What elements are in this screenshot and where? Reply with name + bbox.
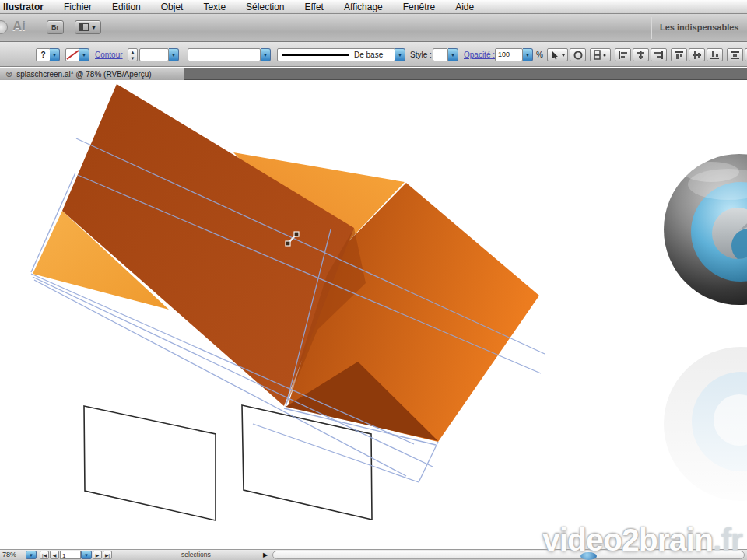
next-artboard-button[interactable]: ▶: [93, 551, 102, 559]
stepper-down-icon[interactable]: ▼: [128, 55, 137, 61]
document-tab-bar: ⊗ splaschcreen.ai* @ 78% (RVB/Aperçu): [0, 68, 747, 80]
stroke-weight-field[interactable]: [139, 48, 169, 61]
document-tab[interactable]: ⊗ splaschcreen.ai* @ 78% (RVB/Aperçu): [0, 68, 184, 80]
menu-item-fenetre[interactable]: Fenêtre: [393, 2, 445, 12]
recolor-artwork-button[interactable]: [590, 48, 611, 61]
distribute-top-icon[interactable]: [727, 48, 743, 61]
fill-dropdown-arrow[interactable]: ▼: [79, 48, 89, 61]
menu-item-selection[interactable]: Sélection: [236, 2, 294, 12]
chevron-down-icon: ▼: [91, 24, 97, 31]
menu-item-effet[interactable]: Effet: [294, 2, 333, 12]
first-artboard-button[interactable]: |◀: [40, 551, 49, 559]
stepper-up-icon[interactable]: ▲: [128, 49, 137, 55]
brush-name-label: De base: [354, 51, 383, 59]
help-dropdown-arrow[interactable]: ▼: [50, 48, 60, 61]
align-top-icon[interactable]: [671, 48, 687, 61]
opacity-field[interactable]: 100: [495, 48, 523, 61]
style-dropdown-arrow[interactable]: ▼: [448, 48, 458, 61]
brush-stroke-preview-icon: [282, 54, 349, 56]
placeholder-rect-2: [242, 405, 372, 520]
video2brain-logo: [664, 154, 747, 305]
status-readout-label: selections: [181, 551, 211, 559]
control-bar: ? ▼ ▼ Contour ▲ ▼ ▼ ▼ De base ▼ Style : …: [0, 42, 747, 67]
graphic-style-field[interactable]: [433, 48, 448, 61]
bridge-button[interactable]: Br: [47, 20, 64, 34]
brush-dropdown-arrow[interactable]: ▼: [395, 48, 405, 61]
close-tab-icon[interactable]: ⊗: [5, 70, 12, 78]
logo-reflection: [658, 344, 747, 507]
document-title: splaschcreen.ai* @ 78% (RVB/Aperçu): [16, 70, 151, 79]
placeholder-rect-1: [84, 406, 216, 520]
opacity-unit-label: %: [536, 51, 543, 60]
status-expand-arrow[interactable]: ▶: [263, 551, 268, 559]
placeholder-rectangles[interactable]: [84, 405, 372, 520]
align-middle-icon[interactable]: [689, 48, 705, 61]
workspace-switcher-button[interactable]: ▼: [75, 20, 101, 34]
menu-item-edition[interactable]: Edition: [102, 2, 151, 12]
style-label: Style :: [410, 51, 432, 60]
menu-item-fichier[interactable]: Fichier: [54, 2, 102, 12]
zoom-dropdown-arrow[interactable]: ▼: [26, 551, 37, 559]
menu-item-affichage[interactable]: Affichage: [334, 2, 393, 12]
splash-artwork[interactable]: [33, 84, 539, 442]
isolate-selected-object-button[interactable]: [570, 48, 586, 61]
contour-link[interactable]: Contour: [95, 51, 123, 60]
menu-item-aide[interactable]: Aide: [445, 2, 484, 12]
workspace-name-label[interactable]: Les indispensables: [660, 23, 738, 32]
variable-width-profile-field[interactable]: [188, 48, 261, 61]
artboard-dropdown-arrow[interactable]: ▼: [81, 551, 92, 559]
illustrator-logo: Ai: [12, 19, 26, 34]
artwork-layer: [0, 81, 747, 549]
brush-definition-field[interactable]: De base: [277, 48, 395, 61]
toolbar-divider: [651, 17, 651, 39]
control-icon-cluster: [547, 48, 747, 61]
align-bottom-icon[interactable]: [707, 48, 723, 61]
opacity-dropdown-arrow[interactable]: ▼: [523, 48, 533, 61]
fill-none-swatch[interactable]: [65, 48, 80, 61]
select-similar-objects-button[interactable]: [547, 48, 568, 61]
opacity-link[interactable]: Opacité :: [464, 51, 495, 60]
zoom-level-value[interactable]: 78%: [2, 551, 16, 559]
watermark-suffix: .fr: [713, 522, 742, 558]
artboard-navigation-field[interactable]: 1 sele: [60, 551, 81, 559]
app-icon-fragment: [0, 20, 8, 34]
workspace-grid-icon: [79, 23, 89, 31]
watermark: video2brain.fr: [542, 522, 742, 558]
menu-item-illustrator[interactable]: llustrator: [0, 2, 54, 12]
align-left-icon[interactable]: [615, 48, 631, 61]
watermark-logo-fragment: [580, 552, 597, 560]
watermark-brand: video2brain: [542, 522, 713, 558]
align-center-icon[interactable]: [633, 48, 649, 61]
application-bar: Ai Br ▼ Les indispensables: [0, 14, 747, 42]
previous-artboard-button[interactable]: ◀: [50, 551, 59, 559]
menu-item-objet[interactable]: Objet: [151, 2, 194, 12]
stroke-weight-dropdown-arrow[interactable]: ▼: [169, 48, 179, 61]
artboard-canvas[interactable]: [0, 81, 747, 549]
menu-item-texte[interactable]: Texte: [193, 2, 236, 12]
no-fill-slash-icon: [66, 49, 79, 61]
menu-bar: llustrator Fichier Edition Objet Texte S…: [0, 0, 747, 14]
help-dropdown-button[interactable]: ?: [36, 48, 51, 61]
align-right-icon[interactable]: [651, 48, 667, 61]
stroke-weight-stepper[interactable]: ▲ ▼: [128, 48, 138, 61]
last-artboard-button[interactable]: ▶|: [103, 551, 112, 559]
variable-width-dropdown-arrow[interactable]: ▼: [261, 48, 271, 61]
